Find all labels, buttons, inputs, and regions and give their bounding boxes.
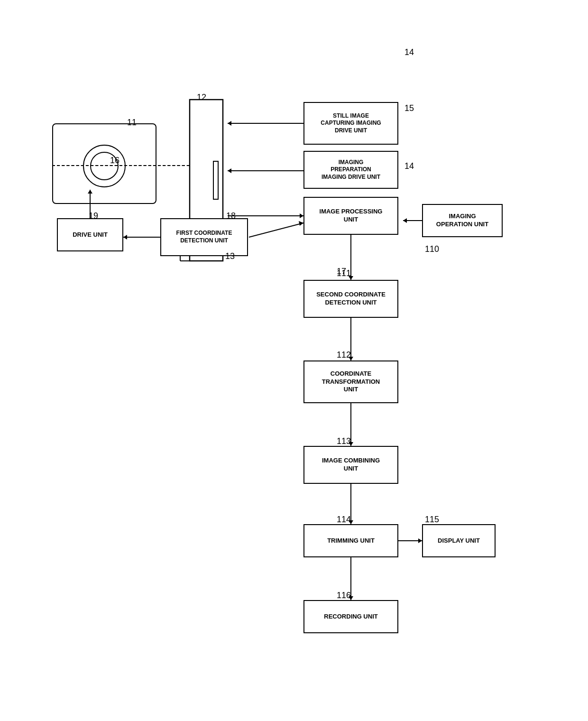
label-110: 110	[425, 244, 439, 254]
diagram: STILL IMAGECAPTURING IMAGINGDRIVE UNIT I…	[28, 47, 560, 702]
image-processing-unit: IMAGE PROCESSINGUNIT	[303, 197, 398, 235]
svg-rect-1	[213, 161, 218, 199]
label-114: 114	[337, 515, 351, 525]
imaging-operation-unit: IMAGINGOPERATION UNIT	[422, 204, 503, 237]
label-12: 12	[197, 92, 206, 102]
second-coordinate-detection-unit: SECOND COORDINATEDETECTION UNIT	[303, 280, 398, 318]
coordinate-transformation-unit: COORDINATETRANSFORMATIONUNIT	[303, 360, 398, 403]
label-11: 11	[127, 118, 137, 128]
label-19: 19	[89, 211, 98, 221]
drive-unit: DRIVE UNIT	[57, 218, 123, 251]
label-112: 112	[337, 350, 351, 360]
label-115: 115	[425, 515, 439, 525]
svg-marker-21	[418, 538, 422, 543]
label-116: 116	[337, 591, 351, 601]
label-18: 18	[226, 211, 236, 221]
still-image-capturing-unit: STILL IMAGECAPTURING IMAGINGDRIVE UNIT	[303, 102, 398, 145]
first-coordinate-detection-unit: FIRST COORDINATEDETECTION UNIT	[160, 218, 248, 256]
svg-marker-13	[299, 221, 303, 226]
trimming-unit: TRIMMING UNIT	[303, 524, 398, 557]
label-14b: 14	[404, 161, 414, 171]
label-16: 16	[110, 156, 119, 166]
svg-marker-3	[228, 121, 231, 126]
label-15: 15	[404, 103, 414, 113]
svg-marker-9	[403, 218, 407, 223]
svg-marker-5	[228, 168, 231, 173]
svg-marker-7	[300, 213, 303, 218]
label-111b: 111	[337, 268, 351, 278]
display-unit: DISPLAY UNIT	[422, 524, 496, 557]
svg-line-12	[249, 223, 303, 237]
label-13: 13	[225, 251, 235, 261]
imaging-preparation-unit: IMAGINGPREPARATIONIMAGING DRIVE UNIT	[303, 151, 398, 189]
image-combining-unit: IMAGE COMBININGUNIT	[303, 446, 398, 484]
recording-unit: RECORDING UNIT	[303, 600, 398, 633]
label-14: 14	[404, 47, 414, 57]
svg-marker-25	[123, 235, 127, 240]
label-113: 113	[337, 436, 351, 446]
